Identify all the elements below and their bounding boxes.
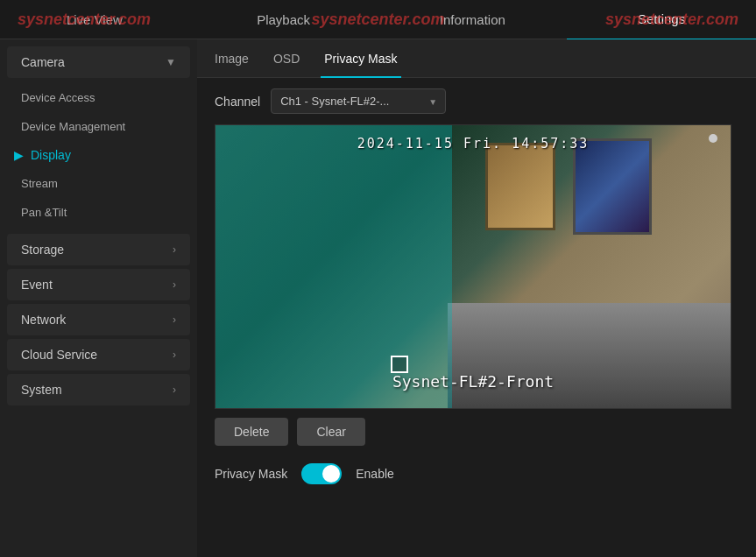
nav-settings[interactable]: Settings <box>567 0 756 40</box>
tab-image[interactable]: Image <box>211 39 252 78</box>
chevron-down-icon: ▼ <box>166 56 176 68</box>
sidebar-group-network-header[interactable]: Network › <box>7 304 190 335</box>
sidebar-camera-items: Device Access Device Management ▶ Displa… <box>0 80 197 230</box>
camera-view-container: 2024-11-15 Fri. 14:57:33 Sysnet-FL#2-Fro… <box>215 124 738 409</box>
tab-osd[interactable]: OSD <box>270 39 303 78</box>
nav-live-view[interactable]: Live View <box>0 0 189 39</box>
delete-button[interactable]: Delete <box>215 418 288 446</box>
privacy-mask-toggle[interactable] <box>301 463 342 484</box>
content-area: Image OSD Privacy Mask Channel Ch1 - Sys… <box>197 39 756 557</box>
sidebar-group-storage: Storage › <box>0 234 197 265</box>
action-buttons: Delete Clear <box>215 418 738 446</box>
nav-information[interactable]: Information <box>378 0 568 39</box>
system-chevron-icon: › <box>173 384 176 396</box>
room-painting2 <box>573 138 652 235</box>
main-layout: Camera ▼ Device Access Device Management… <box>0 39 756 557</box>
privacy-mask-row: Privacy Mask Enable <box>197 453 756 495</box>
sidebar-item-stream[interactable]: Stream <box>0 169 197 198</box>
sidebar-item-device-management[interactable]: Device Management <box>0 112 197 141</box>
camera-timestamp: 2024-11-15 Fri. 14:57:33 <box>357 136 590 152</box>
channel-label: Channel <box>215 95 260 109</box>
mask-selection-rect[interactable] <box>391 356 408 373</box>
channel-select-wrapper: Ch1 - Sysnet-FL#2-... <box>271 88 446 114</box>
channel-row: Channel Ch1 - Sysnet-FL#2-... <box>197 78 756 124</box>
room-painting1 <box>485 143 555 230</box>
enable-label: Enable <box>356 467 394 481</box>
privacy-mask-overlay <box>215 125 452 408</box>
sidebar-group-event: Event › <box>0 269 197 300</box>
sidebar-group-network: Network › <box>0 304 197 335</box>
cloud-service-chevron-icon: › <box>173 349 176 361</box>
room-desk <box>448 303 731 408</box>
top-navigation: Live View Playback Information Settings <box>0 0 756 39</box>
sidebar-display-label: Display <box>31 148 71 162</box>
camera-channel-label: Sysnet-FL#2-Front <box>392 372 554 391</box>
tab-privacy-mask[interactable]: Privacy Mask <box>321 39 400 78</box>
network-chevron-icon: › <box>173 314 176 326</box>
sidebar-camera-label: Camera <box>21 55 65 69</box>
sidebar-group-camera: Camera ▼ Device Access Device Management… <box>0 46 197 230</box>
event-chevron-icon: › <box>173 278 176 291</box>
sidebar-group-event-header[interactable]: Event › <box>7 269 190 300</box>
storage-chevron-icon: › <box>173 243 176 256</box>
camera-sensor-dot <box>709 134 717 143</box>
toggle-thumb <box>322 465 340 483</box>
sub-tabs: Image OSD Privacy Mask <box>197 39 756 78</box>
triangle-icon: ▶ <box>14 148 24 162</box>
sidebar-group-system: System › <box>0 374 197 405</box>
sidebar-group-camera-header[interactable]: Camera ▼ <box>7 46 190 78</box>
channel-select[interactable]: Ch1 - Sysnet-FL#2-... <box>271 88 446 114</box>
camera-view[interactable]: 2024-11-15 Fri. 14:57:33 Sysnet-FL#2-Fro… <box>215 124 731 409</box>
sidebar-group-cloud-service-header[interactable]: Cloud Service › <box>7 339 190 370</box>
sidebar-event-label: Event <box>21 278 53 292</box>
nav-playback[interactable]: Playback <box>189 0 378 39</box>
sidebar-group-cloud-service: Cloud Service › <box>0 339 197 370</box>
sidebar-item-pan-tilt[interactable]: Pan &Tilt <box>0 198 197 227</box>
sidebar-storage-label: Storage <box>21 243 64 257</box>
sidebar-system-label: System <box>21 383 62 397</box>
sidebar-group-storage-header[interactable]: Storage › <box>7 234 190 265</box>
sidebar-item-device-access[interactable]: Device Access <box>0 83 197 112</box>
sidebar-cloud-service-label: Cloud Service <box>21 348 97 362</box>
sidebar-network-label: Network <box>21 313 66 327</box>
sidebar: Camera ▼ Device Access Device Management… <box>0 39 197 557</box>
privacy-mask-label: Privacy Mask <box>215 467 287 481</box>
sidebar-item-display[interactable]: ▶ Display <box>0 141 197 169</box>
sidebar-group-system-header[interactable]: System › <box>7 374 190 405</box>
toggle-track[interactable] <box>301 463 342 484</box>
clear-button[interactable]: Clear <box>297 418 364 446</box>
